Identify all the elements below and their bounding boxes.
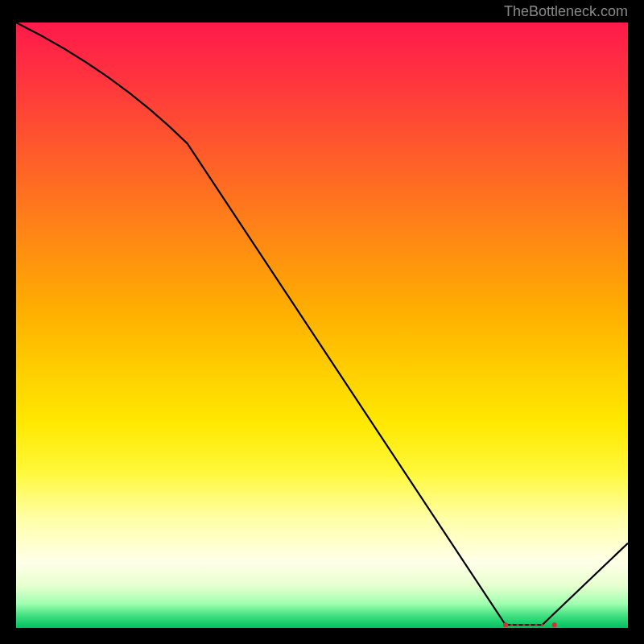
- data-point-marker: [510, 624, 513, 626]
- data-point-marker: [541, 624, 543, 626]
- bottleneck-chart: [16, 23, 628, 628]
- data-point-marker: [522, 624, 525, 626]
- data-point-marker: [552, 622, 557, 627]
- watermark-text: TheBottleneck.com: [504, 3, 628, 20]
- bottleneck-curve-line: [16, 23, 628, 625]
- data-point-marker: [503, 622, 508, 627]
- data-point-markers: [503, 622, 557, 627]
- data-point-marker: [529, 624, 531, 626]
- data-point-marker: [517, 624, 519, 626]
- data-point-marker: [535, 624, 537, 626]
